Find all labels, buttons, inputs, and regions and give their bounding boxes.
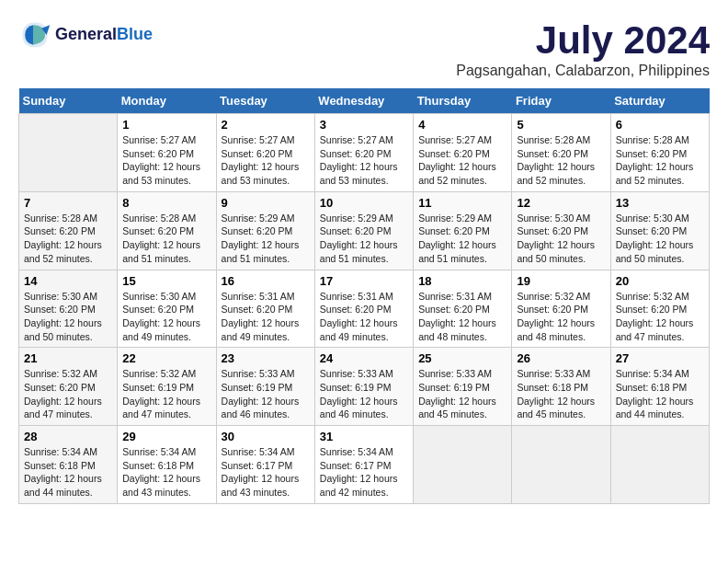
day-info: Sunrise: 5:33 AM Sunset: 6:18 PM Dayligh… — [517, 367, 605, 421]
day-info: Sunrise: 5:29 AM Sunset: 6:20 PM Dayligh… — [222, 212, 310, 266]
calendar-cell: 6Sunrise: 5:28 AM Sunset: 6:20 PM Daylig… — [610, 114, 709, 192]
day-info: Sunrise: 5:27 AM Sunset: 6:20 PM Dayligh… — [418, 133, 506, 188]
day-number: 31 — [320, 430, 408, 443]
calendar-cell: 17Sunrise: 5:31 AM Sunset: 6:20 PM Dayli… — [314, 270, 413, 348]
day-info: Sunrise: 5:34 AM Sunset: 6:18 PM Dayligh… — [24, 445, 112, 500]
calendar-cell: 19Sunrise: 5:32 AM Sunset: 6:20 PM Dayli… — [512, 270, 610, 348]
day-header-thursday: Thursday — [414, 88, 512, 114]
calendar-cell: 29Sunrise: 5:34 AM Sunset: 6:18 PM Dayli… — [118, 426, 216, 504]
calendar-cell: 30Sunrise: 5:34 AM Sunset: 6:17 PM Dayli… — [216, 426, 314, 504]
calendar-cell: 13Sunrise: 5:30 AM Sunset: 6:20 PM Dayli… — [610, 191, 709, 270]
day-info: Sunrise: 5:30 AM Sunset: 6:20 PM Dayligh… — [122, 290, 210, 344]
calendar-cell: 8Sunrise: 5:28 AM Sunset: 6:20 PM Daylig… — [118, 191, 216, 270]
calendar-cell: 25Sunrise: 5:33 AM Sunset: 6:19 PM Dayli… — [414, 348, 512, 426]
day-header-saturday: Saturday — [610, 88, 709, 114]
day-number: 3 — [320, 118, 408, 132]
day-number: 12 — [517, 196, 605, 210]
calendar-title: July 2024 — [456, 18, 710, 63]
day-info: Sunrise: 5:34 AM Sunset: 6:17 PM Dayligh… — [320, 445, 408, 500]
day-info: Sunrise: 5:32 AM Sunset: 6:20 PM Dayligh… — [517, 290, 605, 344]
day-number: 20 — [616, 274, 704, 288]
day-info: Sunrise: 5:31 AM Sunset: 6:20 PM Dayligh… — [418, 290, 506, 344]
day-number: 30 — [222, 430, 310, 443]
day-number: 14 — [24, 274, 112, 288]
week-row-2: 7Sunrise: 5:28 AM Sunset: 6:20 PM Daylig… — [19, 191, 710, 270]
calendar-cell: 24Sunrise: 5:33 AM Sunset: 6:19 PM Dayli… — [314, 348, 413, 426]
day-header-sunday: Sunday — [19, 88, 118, 114]
day-number: 5 — [517, 118, 605, 132]
calendar-cell — [512, 426, 610, 504]
day-number: 24 — [320, 351, 408, 365]
day-number: 22 — [122, 351, 210, 365]
calendar-cell: 21Sunrise: 5:32 AM Sunset: 6:20 PM Dayli… — [19, 348, 118, 426]
day-info: Sunrise: 5:33 AM Sunset: 6:19 PM Dayligh… — [418, 367, 506, 421]
day-number: 10 — [320, 196, 408, 210]
day-header-tuesday: Tuesday — [216, 88, 314, 114]
calendar-cell: 15Sunrise: 5:30 AM Sunset: 6:20 PM Dayli… — [118, 270, 216, 348]
calendar-cell: 10Sunrise: 5:29 AM Sunset: 6:20 PM Dayli… — [314, 191, 413, 270]
week-row-4: 21Sunrise: 5:32 AM Sunset: 6:20 PM Dayli… — [19, 348, 710, 426]
day-header-wednesday: Wednesday — [314, 88, 413, 114]
calendar-cell: 26Sunrise: 5:33 AM Sunset: 6:18 PM Dayli… — [512, 348, 610, 426]
day-info: Sunrise: 5:31 AM Sunset: 6:20 PM Dayligh… — [222, 290, 310, 344]
day-number: 9 — [222, 196, 310, 210]
day-number: 28 — [24, 430, 112, 443]
logo-general: General — [55, 25, 117, 43]
calendar-cell — [19, 114, 118, 192]
day-info: Sunrise: 5:30 AM Sunset: 6:20 PM Dayligh… — [616, 212, 704, 266]
day-info: Sunrise: 5:31 AM Sunset: 6:20 PM Dayligh… — [320, 290, 408, 344]
day-info: Sunrise: 5:27 AM Sunset: 6:20 PM Dayligh… — [320, 133, 408, 188]
day-number: 11 — [418, 196, 506, 210]
day-number: 7 — [24, 196, 112, 210]
calendar-cell: 5Sunrise: 5:28 AM Sunset: 6:20 PM Daylig… — [512, 114, 610, 192]
logo-text-block: GeneralBlue — [55, 26, 153, 44]
day-number: 8 — [122, 196, 210, 210]
day-number: 23 — [222, 351, 310, 365]
calendar-cell: 9Sunrise: 5:29 AM Sunset: 6:20 PM Daylig… — [216, 191, 314, 270]
day-number: 6 — [616, 118, 704, 132]
day-info: Sunrise: 5:28 AM Sunset: 6:20 PM Dayligh… — [517, 133, 605, 188]
header-row: SundayMondayTuesdayWednesdayThursdayFrid… — [19, 88, 710, 114]
day-header-friday: Friday — [512, 88, 610, 114]
calendar-cell: 14Sunrise: 5:30 AM Sunset: 6:20 PM Dayli… — [19, 270, 118, 348]
day-number: 15 — [122, 274, 210, 288]
day-info: Sunrise: 5:34 AM Sunset: 6:18 PM Dayligh… — [122, 445, 210, 500]
day-number: 16 — [222, 274, 310, 288]
calendar-header: SundayMondayTuesdayWednesdayThursdayFrid… — [19, 88, 710, 114]
day-info: Sunrise: 5:32 AM Sunset: 6:20 PM Dayligh… — [24, 367, 112, 421]
day-info: Sunrise: 5:34 AM Sunset: 6:18 PM Dayligh… — [616, 367, 704, 421]
logo-name: GeneralBlue — [55, 26, 153, 44]
day-info: Sunrise: 5:28 AM Sunset: 6:20 PM Dayligh… — [122, 212, 210, 266]
day-info: Sunrise: 5:30 AM Sunset: 6:20 PM Dayligh… — [517, 212, 605, 266]
logo-icon — [18, 18, 51, 52]
calendar-cell: 23Sunrise: 5:33 AM Sunset: 6:19 PM Dayli… — [216, 348, 314, 426]
day-number: 17 — [320, 274, 408, 288]
day-number: 26 — [517, 351, 605, 365]
day-info: Sunrise: 5:34 AM Sunset: 6:17 PM Dayligh… — [222, 445, 310, 500]
day-info: Sunrise: 5:27 AM Sunset: 6:20 PM Dayligh… — [222, 133, 310, 188]
calendar-body: 1Sunrise: 5:27 AM Sunset: 6:20 PM Daylig… — [19, 114, 710, 504]
calendar-cell: 7Sunrise: 5:28 AM Sunset: 6:20 PM Daylig… — [19, 191, 118, 270]
day-number: 4 — [418, 118, 506, 132]
day-info: Sunrise: 5:32 AM Sunset: 6:19 PM Dayligh… — [122, 367, 210, 421]
calendar-cell: 18Sunrise: 5:31 AM Sunset: 6:20 PM Dayli… — [414, 270, 512, 348]
calendar-cell: 20Sunrise: 5:32 AM Sunset: 6:20 PM Dayli… — [610, 270, 709, 348]
calendar-subtitle: Pagsangahan, Calabarzon, Philippines — [456, 63, 710, 79]
calendar-cell: 27Sunrise: 5:34 AM Sunset: 6:18 PM Dayli… — [610, 348, 709, 426]
calendar-cell: 3Sunrise: 5:27 AM Sunset: 6:20 PM Daylig… — [314, 114, 413, 192]
week-row-3: 14Sunrise: 5:30 AM Sunset: 6:20 PM Dayli… — [19, 270, 710, 348]
day-info: Sunrise: 5:33 AM Sunset: 6:19 PM Dayligh… — [320, 367, 408, 421]
calendar-cell: 28Sunrise: 5:34 AM Sunset: 6:18 PM Dayli… — [19, 426, 118, 504]
calendar-cell: 31Sunrise: 5:34 AM Sunset: 6:17 PM Dayli… — [314, 426, 413, 504]
day-number: 18 — [418, 274, 506, 288]
calendar-cell: 2Sunrise: 5:27 AM Sunset: 6:20 PM Daylig… — [216, 114, 314, 192]
calendar-cell — [414, 426, 512, 504]
calendar-cell: 4Sunrise: 5:27 AM Sunset: 6:20 PM Daylig… — [414, 114, 512, 192]
calendar-cell: 22Sunrise: 5:32 AM Sunset: 6:19 PM Dayli… — [118, 348, 216, 426]
day-info: Sunrise: 5:28 AM Sunset: 6:20 PM Dayligh… — [616, 133, 704, 188]
week-row-1: 1Sunrise: 5:27 AM Sunset: 6:20 PM Daylig… — [19, 114, 710, 192]
day-number: 2 — [222, 118, 310, 132]
calendar-table: SundayMondayTuesdayWednesdayThursdayFrid… — [18, 88, 710, 504]
logo-blue: Blue — [117, 25, 153, 43]
calendar-cell: 16Sunrise: 5:31 AM Sunset: 6:20 PM Dayli… — [216, 270, 314, 348]
